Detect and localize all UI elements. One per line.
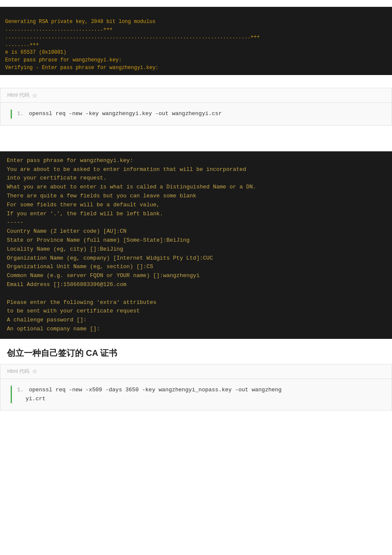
star-icon-2[interactable]: ☆ <box>32 368 37 375</box>
line-code-1: openssl req -new -key wangzhengyi.key -o… <box>29 110 222 119</box>
star-icon-1[interactable]: ☆ <box>32 92 37 99</box>
terminal-block-1: Generating RSA private key, 2048 bit lon… <box>0 7 392 75</box>
terminal-block-2: Enter pass phrase for wangzhengyi.key: Y… <box>0 151 392 339</box>
code-block-1: 1. openssl req -new -key wangzhengyi.key… <box>0 102 392 126</box>
code-block-2: 1. openssl req -new -x509 -days 3650 -ke… <box>0 379 392 411</box>
line-code-2a: openssl req -new -x509 -days 3650 -key w… <box>29 386 282 395</box>
code-line-2b: yi.crt <box>11 395 381 404</box>
section-heading: 创立一种自己签订的 CA 证书 <box>0 339 392 364</box>
line-number-2: 1. <box>17 386 26 395</box>
html-label-1: Html 代码 <box>7 92 29 99</box>
code-line-1: 1. openssl req -new -key wangzhengyi.key… <box>11 110 381 119</box>
html-label-2: Html 代码 <box>7 368 29 375</box>
html-code-bar-1: Html 代码 ☆ <box>0 88 392 102</box>
line-number-1: 1. <box>17 110 26 119</box>
code-line-2a: 1. openssl req -new -x509 -days 3650 -ke… <box>11 386 381 395</box>
line-code-2b: yi.crt <box>26 395 46 404</box>
html-code-bar-2: Html 代码 ☆ <box>0 364 392 379</box>
